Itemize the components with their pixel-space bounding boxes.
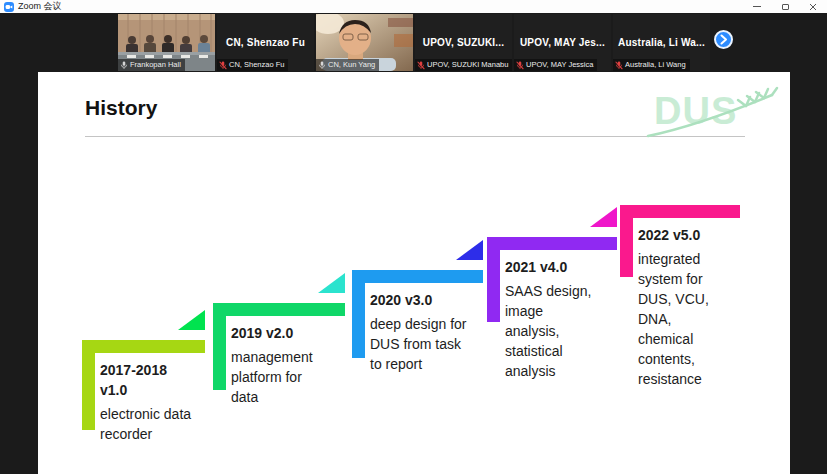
participant-label-text: CN, Shenzao Fu bbox=[229, 60, 284, 70]
participant-label: UPOV, MAY Jessica bbox=[514, 59, 597, 71]
step-version: 2021 v4.0 bbox=[505, 257, 597, 277]
mic-icon bbox=[219, 61, 227, 70]
timeline-step: 2019 v2.0 management platform for data bbox=[213, 303, 345, 390]
mic-icon bbox=[615, 61, 623, 70]
mic-icon bbox=[516, 61, 524, 70]
participant-label: UPOV, SUZUKI Manabu bbox=[415, 59, 512, 71]
participant-label: CN, Kun Yang bbox=[316, 59, 379, 71]
step-version: 2017-2018 v1.0 bbox=[100, 360, 195, 400]
step-text: 2017-2018 v1.0 electronic data recorder bbox=[100, 360, 195, 444]
participant-label-text: Australia, Li Wang bbox=[625, 60, 686, 70]
timeline-step: 2020 v3.0 deep design for DUS from task … bbox=[352, 270, 483, 358]
timeline-step: 2021 v4.0 SAAS design, image analysis, s… bbox=[487, 237, 617, 322]
participant-tile[interactable]: UPOV, SUZUKI... UPOV, SUZUKI Manabu bbox=[415, 14, 512, 71]
participant-tile[interactable]: Australia, Li Wa... Australia, Li Wang bbox=[613, 14, 710, 71]
restore-icon bbox=[782, 4, 789, 10]
minimize-icon bbox=[753, 6, 761, 7]
mic-icon bbox=[318, 61, 326, 70]
window-titlebar[interactable]: Zoom 会议 bbox=[0, 0, 827, 13]
step-description: electronic data recorder bbox=[100, 404, 195, 444]
participant-tile[interactable]: UPOV, MAY Jes... UPOV, MAY Jessica bbox=[514, 14, 611, 71]
presentation-slide: History DUS bbox=[38, 72, 790, 474]
mic-icon bbox=[120, 61, 128, 70]
participant-label: Australia, Li Wang bbox=[613, 59, 690, 71]
window-title: Zoom 会议 bbox=[18, 0, 62, 13]
timeline-step: 2017-2018 v1.0 electronic data recorder bbox=[82, 340, 205, 430]
participant-label-text: UPOV, MAY Jessica bbox=[526, 60, 593, 70]
step-arrow-triangle bbox=[178, 310, 205, 330]
video-camera-icon bbox=[5, 3, 13, 11]
participant-tile[interactable]: Frankopan Hall bbox=[118, 14, 215, 71]
restore-button[interactable] bbox=[771, 0, 799, 13]
step-version: 2019 v2.0 bbox=[231, 323, 331, 343]
participant-label-text: Frankopan Hall bbox=[130, 60, 181, 70]
step-text: 2020 v3.0 deep design for DUS from task … bbox=[370, 290, 470, 374]
step-arrow-triangle bbox=[318, 273, 345, 293]
step-text: 2021 v4.0 SAAS design, image analysis, s… bbox=[505, 257, 597, 381]
window-controls bbox=[743, 0, 827, 13]
timeline-step: 2022 v5.0 integrated system for DUS, VCU… bbox=[620, 205, 740, 277]
zoom-window: Zoom 会议 bbox=[0, 0, 827, 474]
participant-label: CN, Shenzao Fu bbox=[217, 59, 288, 71]
close-button[interactable] bbox=[799, 0, 827, 13]
step-text: 2022 v5.0 integrated system for DUS, VCU… bbox=[638, 225, 730, 389]
participant-label-text: UPOV, SUZUKI Manabu bbox=[427, 60, 508, 70]
step-arrow-triangle bbox=[590, 207, 617, 227]
close-icon bbox=[809, 3, 817, 11]
video-strip: Frankopan Hall CN, Shenzao Fu CN, Shenza… bbox=[118, 14, 710, 71]
meeting-area: Frankopan Hall CN, Shenzao Fu CN, Shenza… bbox=[0, 13, 827, 474]
step-version: 2022 v5.0 bbox=[638, 225, 730, 245]
minimize-button[interactable] bbox=[743, 0, 771, 13]
step-text: 2019 v2.0 management platform for data bbox=[231, 323, 331, 407]
step-description: integrated system for DUS, VCU, DNA, che… bbox=[638, 249, 730, 389]
version-timeline: 2017-2018 v1.0 electronic data recorder … bbox=[38, 72, 790, 474]
step-description: deep design for DUS from task to report bbox=[370, 314, 470, 374]
participant-tile[interactable]: CN, Shenzao Fu CN, Shenzao Fu bbox=[217, 14, 314, 71]
participant-label: Frankopan Hall bbox=[118, 59, 185, 71]
step-arrow-triangle bbox=[456, 240, 483, 260]
participant-tile[interactable]: CN, Kun Yang bbox=[316, 14, 413, 71]
zoom-app-icon bbox=[4, 2, 14, 12]
step-version: 2020 v3.0 bbox=[370, 290, 470, 310]
step-description: management platform for data bbox=[231, 347, 331, 407]
next-participants-button[interactable] bbox=[714, 30, 733, 49]
mic-icon bbox=[417, 61, 425, 70]
step-description: SAAS design, image analysis, statistical… bbox=[505, 281, 597, 381]
chevron-right-icon bbox=[719, 34, 728, 45]
participant-label-text: CN, Kun Yang bbox=[328, 60, 375, 70]
